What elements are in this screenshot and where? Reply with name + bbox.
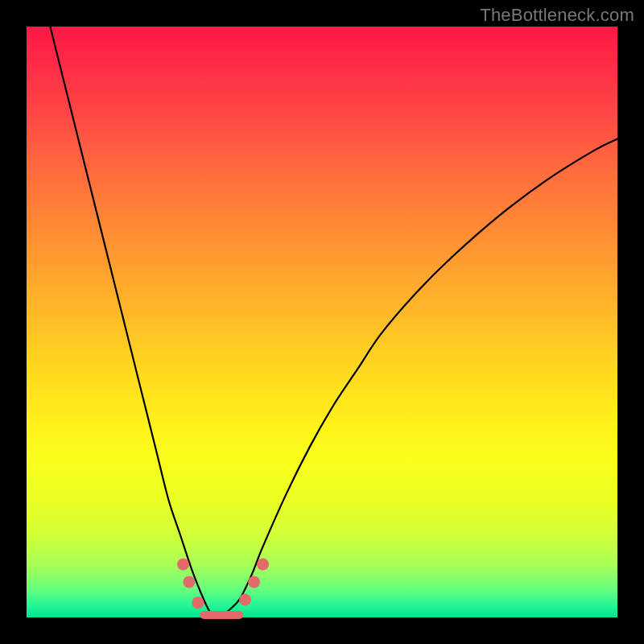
plot-area — [27, 27, 617, 617]
curve-marker-dot — [257, 558, 269, 570]
curve-marker-dot — [248, 576, 260, 588]
curve-svg — [27, 27, 617, 617]
curve-marker-dot — [239, 593, 251, 605]
curve-marker-dot — [183, 576, 195, 588]
curve-marker-dot — [177, 558, 189, 570]
chart-frame: TheBottleneck.com — [0, 0, 644, 644]
watermark-text: TheBottleneck.com — [480, 5, 634, 26]
curve-marker-dot — [192, 597, 204, 609]
bottleneck-curve — [50, 27, 617, 618]
